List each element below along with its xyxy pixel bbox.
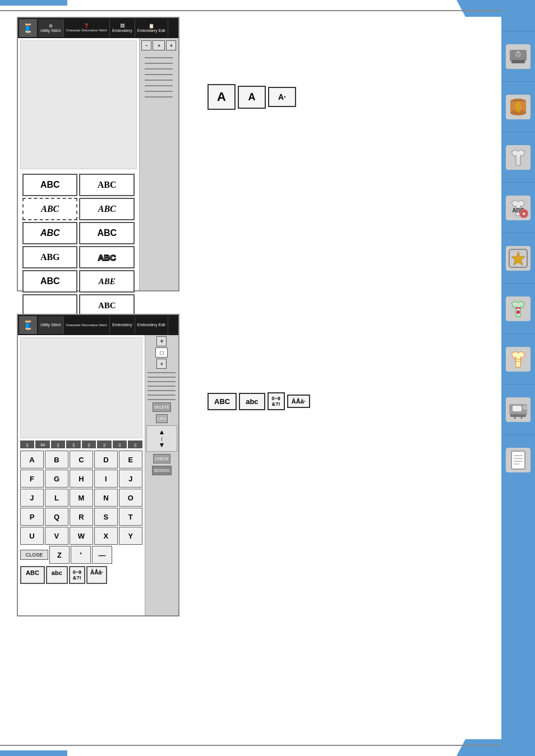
close-button-bottom[interactable]: CLOSE xyxy=(20,550,48,560)
svg-point-17 xyxy=(516,310,520,314)
nav-center-btn-bottom[interactable]: □ xyxy=(155,347,168,358)
panel-right-top: − + + xyxy=(140,38,178,290)
key-W[interactable]: W xyxy=(70,527,93,545)
font-type-btn-A-large[interactable]: A xyxy=(207,84,236,110)
key-T[interactable]: T xyxy=(119,508,142,526)
tab-character-stitch-top[interactable]: ❓ Character Decorative Stitch xyxy=(64,19,110,37)
key-Y[interactable]: Y xyxy=(119,527,142,545)
font-btn-1[interactable]: ABC xyxy=(22,174,77,196)
font-btn-4[interactable]: ABC xyxy=(79,198,134,220)
key-Z[interactable]: Z xyxy=(49,546,70,564)
key-R[interactable]: R xyxy=(70,508,93,526)
nav-plus-btn-bottom[interactable]: + xyxy=(156,336,167,346)
nav-minus-btn-bottom[interactable]: + xyxy=(156,359,167,369)
font-selection-panel-top: 🧵 ⚙ Utility Stitch ❓ Character Decorativ… xyxy=(17,17,179,291)
key-U[interactable]: U xyxy=(20,527,44,545)
tab-embedit-label: Embroidery Edit xyxy=(137,29,165,33)
shirt-designs-icon xyxy=(506,296,531,321)
sidebar-item-abc-emblem[interactable]: ABC ★ xyxy=(501,182,535,233)
key-ind-4: || xyxy=(66,440,80,448)
panel-body-bottom: || äà || || || || || || A B C D E F G H … xyxy=(18,335,178,615)
font-type-btn-A-small[interactable]: A· xyxy=(268,87,296,107)
key-N[interactable]: N xyxy=(94,489,118,507)
font-btn-6[interactable]: ABC xyxy=(79,222,134,244)
key-D[interactable]: D xyxy=(94,451,118,469)
check-button[interactable]: CHECK xyxy=(153,454,170,463)
font-grid: ABC ABC ABC ABC ABC ABC ABG ABC ABC ABE … xyxy=(20,171,137,319)
tab-emb-edit-bottom[interactable]: Embroidery Edit xyxy=(135,316,168,334)
key-ind-6: || xyxy=(97,440,111,448)
shirt-stitch-icon xyxy=(506,347,531,372)
font-btn-3[interactable]: ABC xyxy=(22,198,77,220)
key-I[interactable]: I xyxy=(94,470,118,488)
tab-emb-edit-top[interactable]: 📋 Embroidery Edit xyxy=(135,19,168,37)
key-L[interactable]: L xyxy=(45,489,68,507)
font-btn-10[interactable]: ABE xyxy=(79,270,134,293)
key-G[interactable]: G xyxy=(45,470,68,488)
svg-point-3 xyxy=(517,53,519,55)
key-apostrophe[interactable]: ' xyxy=(71,546,91,564)
key-H[interactable]: H xyxy=(70,470,93,488)
nav-controls-bottom: + □ + xyxy=(155,336,168,369)
char-type-special[interactable]: ÄÅä· xyxy=(86,566,107,584)
key-P[interactable]: P xyxy=(20,508,44,526)
sidebar-item-thread[interactable] xyxy=(501,81,535,132)
key-X[interactable]: X xyxy=(94,527,118,545)
key-Q[interactable]: Q xyxy=(45,508,68,526)
key-C[interactable]: C xyxy=(70,451,93,469)
key-J2[interactable]: J xyxy=(20,489,44,507)
font-btn-11[interactable]: ABC xyxy=(79,294,134,317)
sidebar-item-star-frame[interactable] xyxy=(501,233,535,283)
key-E[interactable]: E xyxy=(119,451,142,469)
key-M[interactable]: M xyxy=(70,489,93,507)
nav-plus-btn-top[interactable]: + xyxy=(166,40,176,50)
tab-embroidery-bottom[interactable]: Embroidery xyxy=(110,316,135,334)
font-btn-7[interactable]: ABG xyxy=(22,246,77,268)
nav-center-btn-top[interactable]: + xyxy=(153,40,165,50)
key-V[interactable]: V xyxy=(45,527,68,545)
sidebar-item-sewing-machine-2[interactable] xyxy=(501,384,535,434)
panel-header-top: 🧵 ⚙ Utility Stitch ❓ Character Decorativ… xyxy=(18,18,178,38)
tab-embroidery-top[interactable]: 🖼 Embroidery xyxy=(110,19,135,37)
sidebar-item-sewing-machine[interactable] xyxy=(501,31,535,81)
char-type-ABC[interactable]: ABC xyxy=(20,566,45,584)
sidebar-item-document[interactable] xyxy=(501,434,535,485)
font-btn-2[interactable]: ABC xyxy=(79,174,134,196)
key-ind-5: || xyxy=(82,440,96,448)
font-type-btn-A-medium[interactable]: A xyxy=(238,86,266,109)
key-J[interactable]: J xyxy=(119,470,142,488)
tab-character-stitch-bottom[interactable]: Character Decorative Stitch xyxy=(64,316,110,334)
lms-button[interactable]: L M S xyxy=(156,414,168,423)
right-sidebar: ABC ★ xyxy=(501,0,535,756)
key-B[interactable]: B xyxy=(45,451,68,469)
char-set-numbers[interactable]: 0~9&?! xyxy=(268,392,285,410)
char-set-special[interactable]: ÄÅä· xyxy=(287,395,310,408)
sidebar-item-shirt-stitch[interactable] xyxy=(501,333,535,384)
nav-minus-btn-top[interactable]: − xyxy=(141,40,151,50)
font-btn-9[interactable]: ABC xyxy=(22,270,77,293)
key-A[interactable]: A xyxy=(20,451,44,469)
font-btn-8[interactable]: ABC xyxy=(79,246,134,268)
key-S[interactable]: S xyxy=(94,508,118,526)
key-O[interactable]: O xyxy=(119,489,142,507)
svg-rect-21 xyxy=(513,406,522,411)
sewing-machine-icon xyxy=(506,44,531,69)
tab-utility-stitch-top[interactable]: ⚙ Utility Stitch xyxy=(38,19,64,37)
char-type-numbers[interactable]: 0~9&?! xyxy=(69,566,85,584)
bottom-key-row: CLOSE Z ' — xyxy=(20,546,142,564)
panel-left-bottom: || äà || || || || || || A B C D E F G H … xyxy=(18,335,145,615)
font-btn-5[interactable]: ABC xyxy=(22,222,77,244)
tab-utility-stitch-bottom[interactable]: Utility Stitch xyxy=(38,316,64,334)
sewing-button[interactable]: SEWING xyxy=(152,466,171,475)
char-type-abc[interactable]: abc xyxy=(46,566,68,584)
key-dash[interactable]: — xyxy=(92,546,112,564)
key-F[interactable]: F xyxy=(20,470,44,488)
sidebar-item-shirt-dots[interactable] xyxy=(501,132,535,182)
key-indicator-row: || äà || || || || || || xyxy=(20,440,142,448)
delete-button[interactable]: DELETE xyxy=(153,402,171,412)
sidebar-item-shirt-designs[interactable] xyxy=(501,283,535,333)
char-set-ABC[interactable]: ABC xyxy=(207,393,237,410)
svg-point-20 xyxy=(523,405,527,410)
char-set-abc[interactable]: abc xyxy=(239,393,265,410)
svg-point-8 xyxy=(515,101,522,113)
